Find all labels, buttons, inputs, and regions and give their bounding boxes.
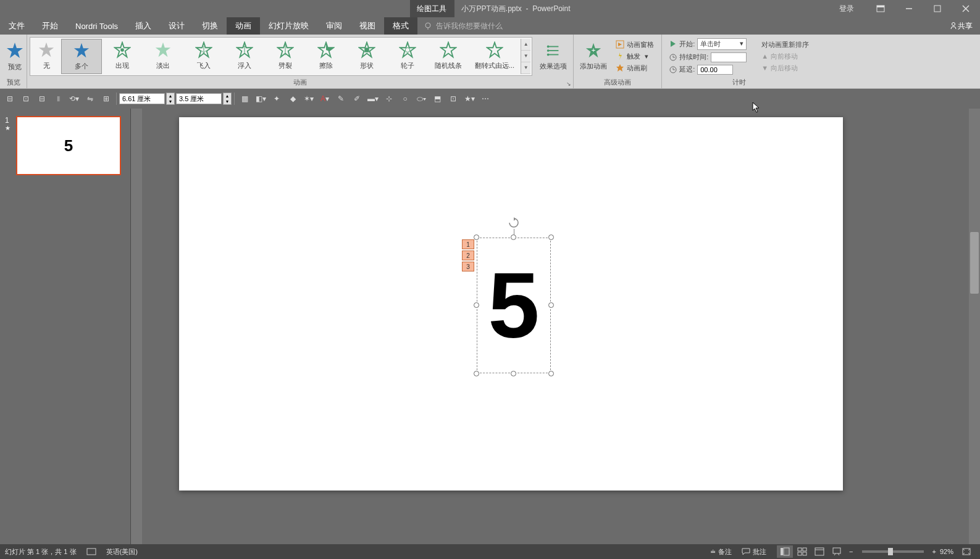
shapes-icon[interactable]: ⬭▾	[414, 91, 429, 106]
align-left-icon[interactable]: ⊟	[2, 91, 17, 106]
slideshow-view-button[interactable]	[829, 545, 845, 558]
resize-handle-br[interactable]	[548, 371, 554, 376]
anim-wipe[interactable]: 擦除	[306, 39, 346, 74]
move-later-button[interactable]: ▼ 向后移动	[761, 64, 809, 73]
align-right-icon[interactable]: ⊟	[35, 91, 49, 106]
effect-options-button[interactable]: 效果选项	[536, 39, 571, 73]
sorter-view-button[interactable]	[794, 545, 810, 558]
circle-icon[interactable]: ○	[398, 91, 413, 106]
delay-input[interactable]	[697, 65, 733, 75]
tab-nordri-tools[interactable]: Nordri Tools	[67, 17, 127, 35]
gallery-more-icon[interactable]: ▼	[521, 62, 530, 74]
slide-thumbnail[interactable]: 5	[16, 116, 121, 175]
move-earlier-button[interactable]: ▲ 向前移动	[761, 52, 809, 61]
anim-flyin[interactable]: 飞入	[183, 39, 224, 74]
scrollbar-thumb[interactable]	[970, 232, 979, 294]
resize-handle-t[interactable]	[511, 234, 516, 240]
animation-pane-button[interactable]: 动画窗格	[616, 40, 654, 49]
flip-icon[interactable]: ⇋	[83, 91, 98, 106]
anim-grow-turn[interactable]: 翻转式由远...	[469, 39, 521, 74]
line-style-icon[interactable]: ▬▾	[366, 91, 380, 106]
fill-color-icon[interactable]: ◧▾	[253, 91, 268, 106]
anim-multiple[interactable]: 多个	[61, 39, 102, 74]
reading-view-button[interactable]	[811, 545, 827, 558]
tell-me-input[interactable]: 告诉我你想要做什么	[424, 17, 503, 35]
glow-icon[interactable]: ✶▾	[301, 91, 316, 106]
animation-order-tag[interactable]: 2	[462, 251, 474, 260]
maximize-button[interactable]	[923, 0, 952, 17]
rotate-icon[interactable]: ⟲▾	[67, 91, 82, 106]
tab-insert[interactable]: 插入	[127, 17, 160, 35]
zoom-in-button[interactable]: +	[932, 548, 936, 555]
shadow-icon[interactable]: ◆	[285, 91, 300, 106]
zoom-level[interactable]: 92%	[940, 548, 953, 555]
fit-window-button[interactable]	[958, 545, 974, 558]
resize-handle-b[interactable]	[511, 371, 516, 376]
animation-order-tag[interactable]: 1	[462, 239, 474, 249]
resize-handle-bl[interactable]	[474, 371, 479, 376]
resize-handle-tr[interactable]	[548, 234, 554, 240]
height-spinner[interactable]: ▲▼	[223, 93, 232, 105]
brush-icon[interactable]: ✐	[350, 91, 364, 106]
tab-design[interactable]: 设计	[160, 17, 193, 35]
crop-icon[interactable]: ⊹	[382, 91, 396, 106]
animation-dialog-launcher[interactable]: ↘	[566, 81, 571, 87]
language-indicator[interactable]: 英语(美国)	[106, 547, 138, 557]
tab-file[interactable]: 文件	[0, 17, 33, 35]
arrange-icon[interactable]: ⬒	[430, 91, 445, 106]
tab-slideshow[interactable]: 幻灯片放映	[260, 17, 317, 35]
anim-none[interactable]: 无	[31, 39, 61, 74]
add-animation-button[interactable]: + 添加动画	[576, 39, 611, 73]
minimize-button[interactable]	[895, 0, 923, 17]
height-input[interactable]	[176, 93, 222, 104]
slide-canvas[interactable]: 1 2 3 5	[131, 109, 980, 559]
tab-view[interactable]: 视图	[351, 17, 384, 35]
gallery-up-icon[interactable]: ▲	[521, 39, 530, 51]
anim-shape[interactable]: 形状	[346, 39, 387, 74]
fill-icon[interactable]: ▦	[237, 91, 252, 106]
snap-icon[interactable]: ⊞	[99, 91, 114, 106]
comments-button[interactable]: 批注	[742, 547, 766, 557]
tab-review[interactable]: 审阅	[317, 17, 351, 35]
close-button[interactable]	[952, 0, 980, 17]
gallery-scroll[interactable]: ▲ ▼ ▼	[521, 39, 530, 74]
vertical-scrollbar[interactable]	[969, 109, 980, 559]
animation-gallery[interactable]: 无 多个 出现 淡出 飞入	[30, 37, 532, 76]
effects-icon[interactable]: ★▾	[462, 91, 477, 106]
selected-textbox[interactable]: 5	[477, 238, 551, 373]
slide-thumbnail-panel[interactable]: 1 ★ 5	[0, 109, 131, 559]
notes-button[interactable]: ≐ 备注	[710, 547, 732, 557]
zoom-slider[interactable]	[862, 550, 924, 553]
anim-split[interactable]: 劈裂	[265, 39, 306, 74]
width-input[interactable]	[119, 93, 165, 104]
tab-transition[interactable]: 切换	[193, 17, 227, 35]
animation-order-tag[interactable]: 3	[462, 262, 474, 271]
eyedropper-icon[interactable]: ✎	[333, 91, 348, 106]
spell-check-icon[interactable]	[86, 547, 96, 556]
animation-painter-button[interactable]: 动画刷	[616, 64, 654, 73]
tab-format[interactable]: 格式	[384, 17, 417, 35]
trigger-button[interactable]: 触发 ▾	[616, 52, 654, 61]
anim-random-bars[interactable]: 随机线条	[428, 39, 469, 74]
resize-handle-tl[interactable]	[474, 234, 479, 240]
duration-input[interactable]	[711, 52, 747, 62]
zoom-out-button[interactable]: −	[849, 548, 853, 555]
resize-handle-l[interactable]	[474, 302, 479, 308]
slide[interactable]: 1 2 3 5	[179, 117, 843, 491]
login-link[interactable]: 登录	[839, 4, 854, 14]
anim-appear[interactable]: 出现	[102, 39, 143, 74]
ribbon-display-options-button[interactable]	[866, 0, 895, 17]
rotate-handle[interactable]	[508, 217, 520, 229]
anim-fade[interactable]: 淡出	[143, 39, 183, 74]
align-center-icon[interactable]: ⊡	[19, 91, 33, 106]
preview-button[interactable]: 预览	[2, 39, 27, 74]
distribute-icon[interactable]: ⫴	[51, 91, 65, 106]
group-icon[interactable]: ⊡	[446, 91, 461, 106]
more-icon[interactable]: ⋯	[478, 91, 493, 106]
anim-wheel[interactable]: 轮子	[387, 39, 428, 74]
anim-floatin[interactable]: 浮入	[224, 39, 265, 74]
width-spinner[interactable]: ▲▼	[166, 93, 175, 105]
start-dropdown[interactable]: 单击时▾	[697, 38, 747, 50]
resize-handle-r[interactable]	[548, 302, 554, 308]
zoom-slider-thumb[interactable]	[888, 548, 893, 555]
